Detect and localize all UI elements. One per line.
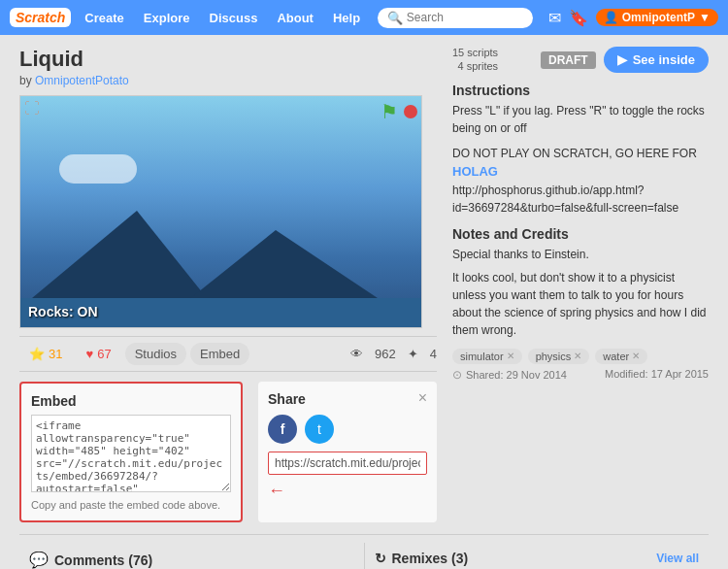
do-not-play-text: DO NOT PLAY ON SCRATCH, GO HERE FOR HOLA… [452, 145, 709, 217]
do-not-play-label: DO NOT PLAY ON SCRATCH, GO HERE FOR [452, 147, 697, 160]
tag-simulator[interactable]: simulator ✕ [452, 349, 522, 364]
tags-row: simulator ✕ physics ✕ water ✕ [452, 349, 709, 364]
embed-hint: Copy and paste the embed code above. [31, 499, 231, 511]
mountain-right-decoration [179, 230, 392, 308]
rocks-label: Rocks: ON [28, 304, 98, 319]
project-title: Liquid [19, 47, 437, 72]
twitter-share-button[interactable]: t [305, 415, 334, 444]
tag-water-remove[interactable]: ✕ [632, 351, 640, 361]
link-url-text: http://phosphorus.github.io/app.html?id=… [452, 184, 678, 215]
notes-text2: It looks cool, but don't show it to a ph… [452, 269, 709, 339]
share-url-input[interactable] [268, 452, 427, 475]
notes-text1: Special thanks to Einstein. [452, 246, 709, 263]
comments-label: Comments (76) [54, 552, 152, 568]
notifications-icon[interactable]: 🔖 [569, 9, 588, 27]
header-icons: ✉ 🔖 [548, 9, 588, 27]
share-panel: Share × f t ← [258, 382, 437, 522]
project-author: by OmnipotentPotato [19, 74, 437, 87]
holag-link[interactable]: HOLAG [452, 164, 498, 179]
views-count: 962 [375, 347, 396, 361]
green-flag-button[interactable]: ⚑ [381, 100, 398, 123]
embed-share-row: Embed <iframe allowtransparency="true" w… [19, 382, 437, 522]
remixes-count: 4 [430, 347, 437, 361]
studios-button[interactable]: Studios [125, 343, 186, 365]
tag-physics-remove[interactable]: ✕ [574, 351, 581, 361]
star-button[interactable]: ⭐ 31 [19, 343, 72, 365]
remixes-section: ↻ Remixes (3) View all [364, 543, 710, 569]
remixes-icon: ✦ [408, 347, 418, 361]
play-stop-controls: ⚑ [381, 100, 417, 123]
dropdown-arrow-icon: ▼ [699, 11, 711, 24]
messages-icon[interactable]: ✉ [548, 9, 561, 27]
see-inside-label: See inside [633, 52, 695, 67]
nav-about[interactable]: About [271, 11, 319, 25]
tag-physics[interactable]: physics ✕ [528, 349, 590, 364]
tag-water-label: water [603, 351, 629, 362]
search-icon: 🔍 [387, 11, 403, 25]
preview-controls: ⛶ ⚑ [24, 100, 417, 123]
clouds-decoration [59, 154, 137, 184]
see-inside-button[interactable]: ▶ See inside [604, 47, 709, 73]
views-area: 👁 962 ✦ 4 [350, 347, 437, 361]
tag-physics-label: physics [536, 351, 572, 362]
author-link[interactable]: OmnipotentPotato [35, 74, 129, 87]
search-bar: 🔍 [378, 8, 533, 28]
share-url-row [268, 452, 427, 475]
nav-create[interactable]: Create [79, 11, 129, 25]
heart-count: 67 [97, 347, 111, 361]
sprites-stat: 4 sprites [458, 60, 499, 72]
comments-icon: 💬 [29, 551, 49, 569]
header-buttons: DRAFT ▶ See inside [541, 47, 709, 73]
fullscreen-icon[interactable]: ⛶ [24, 100, 40, 117]
stop-button[interactable] [404, 105, 417, 118]
user-avatar-icon: 👤 [604, 11, 618, 24]
modified-date-label: Modified: 17 Apr 2015 [605, 368, 709, 382]
remixes-icon: ↻ [375, 551, 386, 566]
content-row: Liquid by OmnipotentPotato ⛶ ⚑ Rocks: ON [19, 47, 709, 522]
search-input[interactable] [407, 11, 523, 24]
right-column: 15 scripts 4 sprites DRAFT ▶ See inside … [452, 47, 709, 522]
embed-code-textarea[interactable]: <iframe allowtransparency="true" width="… [31, 415, 231, 492]
stats-column: 15 scripts 4 sprites [452, 47, 498, 72]
share-icons-row: f t [268, 415, 427, 444]
scratch-logo[interactable]: Scratch [10, 8, 71, 27]
right-header: 15 scripts 4 sprites DRAFT ▶ See inside [452, 47, 709, 73]
nav-discuss[interactable]: Discuss [204, 11, 264, 25]
remixes-label: Remixes (3) [392, 551, 469, 566]
comments-title-area: 💬 Comments (76) [29, 551, 152, 569]
nav-explore[interactable]: Explore [138, 11, 196, 25]
facebook-share-button[interactable]: f [268, 415, 297, 444]
comments-header: 💬 Comments (76) [29, 551, 354, 569]
share-small-icon: ⊙ [452, 368, 462, 382]
embed-panel: Embed <iframe allowtransparency="true" w… [19, 382, 243, 522]
heart-button[interactable]: ♥ 67 [76, 343, 120, 365]
tag-simulator-remove[interactable]: ✕ [507, 351, 514, 361]
user-menu[interactable]: 👤 OmnipotentP ▼ [596, 9, 718, 26]
share-close-button[interactable]: × [418, 389, 427, 407]
share-arrow-icon: ← [268, 481, 427, 501]
remixes-header: ↻ Remixes (3) View all [375, 551, 700, 566]
embed-button[interactable]: Embed [190, 343, 249, 365]
share-title: Share [268, 391, 427, 407]
view-all-link[interactable]: View all [656, 552, 699, 565]
left-column: Liquid by OmnipotentPotato ⛶ ⚑ Rocks: ON [19, 47, 437, 522]
tag-water[interactable]: water ✕ [595, 349, 647, 364]
arrow-right-icon: ▶ [617, 52, 627, 67]
comments-section: 💬 Comments (76) [19, 543, 364, 569]
instructions-body: Press "L" if you lag. Press "R" to toggl… [452, 102, 709, 137]
action-bar: ⭐ 31 ♥ 67 Studios Embed 👁 962 ✦ 4 [19, 336, 437, 372]
star-count: 31 [49, 347, 62, 361]
notes-title: Notes and Credits [452, 226, 709, 242]
remixes-title-area: ↻ Remixes (3) [375, 551, 469, 566]
nav-help[interactable]: Help [327, 11, 366, 25]
draft-badge: DRAFT [541, 51, 596, 69]
scripts-stat: 15 scripts [452, 47, 498, 58]
embed-title: Embed [31, 393, 231, 409]
instructions-title: Instructions [452, 83, 709, 98]
tag-simulator-label: simulator [460, 351, 504, 362]
username-label: OmnipotentP [622, 11, 695, 24]
main-content: Liquid by OmnipotentPotato ⛶ ⚑ Rocks: ON [0, 35, 728, 569]
bottom-row: 💬 Comments (76) ↻ Remixes (3) View all [19, 534, 709, 569]
meta-row: ⊙ Shared: 29 Nov 2014 Modified: 17 Apr 2… [452, 368, 709, 382]
shared-date-label: Shared: 29 Nov 2014 [466, 369, 567, 381]
